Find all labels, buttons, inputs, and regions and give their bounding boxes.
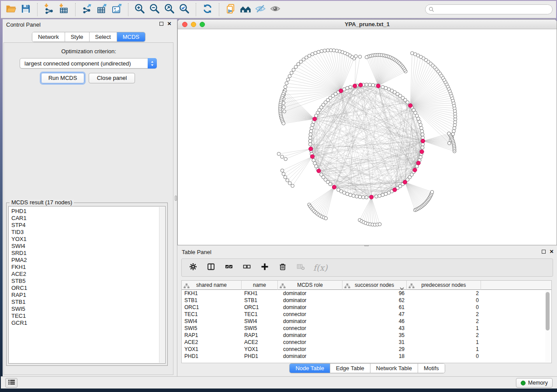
hide-selected-button[interactable] <box>253 3 268 17</box>
result-list-item[interactable]: SWI4 <box>11 243 165 250</box>
network-hub-node[interactable] <box>416 161 420 165</box>
network-hub-node[interactable] <box>376 84 380 88</box>
column-header-shared-name[interactable]: shared name <box>182 281 242 290</box>
tab-mcds[interactable]: MCDS <box>117 32 145 41</box>
network-node[interactable] <box>420 126 423 130</box>
select-all-button[interactable] <box>224 262 234 273</box>
save-session-button[interactable] <box>18 3 33 17</box>
tab-select[interactable]: Select <box>90 32 117 41</box>
network-node[interactable] <box>317 50 320 54</box>
network-node[interactable] <box>309 133 312 136</box>
run-mcds-button[interactable]: Run MCDS <box>41 73 84 83</box>
network-node[interactable] <box>358 195 362 199</box>
table-row[interactable]: TEC1TEC1connector472 <box>182 311 551 318</box>
export-image-button[interactable] <box>109 3 124 17</box>
network-graph[interactable] <box>178 29 557 245</box>
network-node[interactable] <box>299 60 303 64</box>
network-node[interactable] <box>282 106 286 109</box>
network-node[interactable] <box>286 179 289 182</box>
show-all-button[interactable] <box>268 3 283 17</box>
network-hub-node[interactable] <box>332 185 336 189</box>
network-node[interactable] <box>421 133 424 136</box>
result-list-item[interactable]: STB1 <box>11 299 165 306</box>
network-window-titlebar[interactable]: YPA_prune.txt_1 <box>178 20 557 29</box>
import-network-button[interactable] <box>42 3 56 17</box>
refresh-view-button[interactable] <box>200 3 215 17</box>
result-list-item[interactable]: STB5 <box>11 278 165 285</box>
network-node[interactable] <box>311 52 314 56</box>
network-node[interactable] <box>309 130 313 133</box>
network-node[interactable] <box>308 143 312 146</box>
scrollbar-thumb[interactable] <box>546 292 550 330</box>
network-node[interactable] <box>288 182 292 185</box>
float-panel-icon[interactable] <box>159 22 163 26</box>
table-row[interactable]: SWI4SWI4dominator462 <box>182 318 551 325</box>
network-node[interactable] <box>324 217 328 220</box>
network-hub-node[interactable] <box>339 89 343 93</box>
result-list-item[interactable]: TEC1 <box>11 313 165 320</box>
result-list-item[interactable]: TID3 <box>11 229 165 236</box>
network-node[interactable] <box>284 175 287 179</box>
open-file-button[interactable] <box>3 3 18 17</box>
network-node[interactable] <box>285 82 288 85</box>
table-row[interactable]: PHD1PHD1dominator180 <box>182 353 551 360</box>
import-table-button[interactable] <box>56 3 71 17</box>
network-hub-node[interactable] <box>309 147 313 151</box>
network-node[interactable] <box>286 78 290 82</box>
result-list-item[interactable]: STP4 <box>11 222 165 229</box>
network-node[interactable] <box>371 83 375 87</box>
network-node[interactable] <box>310 126 314 130</box>
network-node[interactable] <box>280 155 284 158</box>
network-node[interactable] <box>277 152 280 156</box>
network-node[interactable] <box>365 55 368 59</box>
network-hub-node[interactable] <box>359 83 363 87</box>
zoom-selected-button[interactable] <box>177 3 192 17</box>
network-hub-node[interactable] <box>420 150 424 154</box>
result-list-item[interactable]: RAP1 <box>11 292 165 299</box>
criterion-dropdown[interactable]: largest connected component (undirected) <box>20 58 157 69</box>
network-node[interactable] <box>365 83 368 86</box>
network-node[interactable] <box>362 196 365 199</box>
tab-edge-table[interactable]: Edge Table <box>330 364 370 373</box>
network-node[interactable] <box>349 193 352 197</box>
network-hub-node[interactable] <box>413 168 417 172</box>
result-list-item[interactable]: CAR1 <box>11 215 165 222</box>
task-history-button[interactable] <box>5 378 17 388</box>
table-row[interactable]: ORC1ORC1dominator610 <box>182 304 551 311</box>
column-header-predecessor-nodes[interactable]: predecessor nodes <box>407 281 481 290</box>
network-node[interactable] <box>447 132 451 135</box>
zoom-out-button[interactable] <box>147 3 162 17</box>
close-panel-icon[interactable]: × <box>550 249 554 254</box>
tab-network-table[interactable]: Network Table <box>370 364 418 373</box>
result-list-item[interactable]: GCR1 <box>11 320 165 327</box>
network-node[interactable] <box>280 169 284 172</box>
network-hub-node[interactable] <box>421 139 425 143</box>
network-node[interactable] <box>323 49 326 52</box>
network-node[interactable] <box>294 65 298 69</box>
network-canvas[interactable] <box>178 29 557 245</box>
result-list-item[interactable]: PHD1 <box>11 208 165 215</box>
network-node[interactable] <box>378 194 381 198</box>
network-node[interactable] <box>284 157 287 161</box>
network-node[interactable] <box>297 62 300 66</box>
delete-column-button[interactable] <box>277 262 288 273</box>
network-node[interactable] <box>365 196 368 199</box>
network-node[interactable] <box>352 194 355 198</box>
network-node[interactable] <box>305 56 308 59</box>
tab-network[interactable]: Network <box>32 32 65 41</box>
network-node[interactable] <box>368 83 372 86</box>
network-node[interactable] <box>452 130 456 133</box>
table-scrollbar[interactable] <box>545 290 550 362</box>
network-node[interactable] <box>283 110 286 113</box>
add-column-button[interactable] <box>259 262 270 273</box>
result-list-item[interactable]: SRD1 <box>11 250 165 257</box>
result-list-item[interactable]: PMA2 <box>11 257 165 264</box>
column-header-successor-nodes[interactable]: successor nodes <box>343 281 407 290</box>
network-node[interactable] <box>284 85 287 89</box>
first-neighbors-button[interactable] <box>238 3 253 17</box>
network-node[interactable] <box>375 195 378 198</box>
network-node[interactable] <box>311 123 315 127</box>
network-node[interactable] <box>430 190 434 194</box>
network-node[interactable] <box>291 184 294 188</box>
export-table-button[interactable] <box>94 3 109 17</box>
